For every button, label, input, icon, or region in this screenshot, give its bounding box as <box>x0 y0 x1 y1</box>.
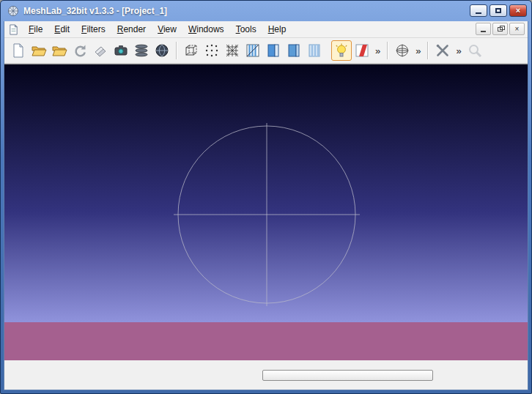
mdi-close-icon: × <box>515 26 520 33</box>
mdi-restore-button[interactable] <box>492 23 508 35</box>
toolbar-separator <box>427 42 429 59</box>
light-toggle-icon <box>333 42 350 59</box>
tools-button[interactable] <box>432 40 453 61</box>
snapshot-icon <box>113 42 129 59</box>
light-toggle-button[interactable] <box>331 40 352 61</box>
trackball-overlay <box>4 64 529 360</box>
window-content: File Edit Filters Render View Windows To… <box>4 21 528 390</box>
layers-dialog-button[interactable] <box>131 40 152 61</box>
render-hidden-lines-button[interactable] <box>243 40 263 61</box>
new-empty-project-icon <box>10 42 26 59</box>
status-bar <box>4 360 528 390</box>
import-mesh-button[interactable] <box>49 40 70 61</box>
menu-windows[interactable]: Windows <box>182 22 230 37</box>
zoom-button[interactable] <box>465 40 485 61</box>
maximize-icon <box>495 8 501 13</box>
render-flat-button[interactable] <box>284 40 304 61</box>
window-controls: × <box>470 1 527 17</box>
mdi-minimize-button[interactable] <box>476 23 491 35</box>
menu-file[interactable]: File <box>23 22 48 37</box>
menu-render[interactable]: Render <box>111 22 152 37</box>
progress-bar <box>262 370 433 381</box>
online-help-icon <box>154 42 170 59</box>
meshlab-window: MeshLab_32bit v1.3.3 - [Project_1] × Fil… <box>0 0 532 394</box>
toolbar-separator <box>176 42 177 59</box>
menu-bar: File Edit Filters Render View Windows To… <box>4 21 528 38</box>
render-overflow-button[interactable]: » <box>372 45 383 56</box>
menu-edit[interactable]: Edit <box>48 22 75 37</box>
reload-mesh-icon <box>72 42 88 59</box>
reload-mesh-button[interactable] <box>70 40 90 61</box>
tools-overflow-button[interactable]: » <box>453 45 464 56</box>
render-flat-icon <box>286 42 302 59</box>
menu-view[interactable]: View <box>152 22 182 37</box>
render-texture-icon <box>306 42 322 59</box>
render-color-icon <box>354 42 370 59</box>
import-mesh-icon <box>51 42 67 59</box>
render-flat-lines-icon <box>265 42 281 59</box>
open-project-icon <box>31 42 47 59</box>
toolbar: » » » <box>4 38 528 64</box>
menu-tools[interactable]: Tools <box>230 22 262 37</box>
render-texture-button[interactable] <box>304 40 325 61</box>
toolbar-separator <box>387 42 388 59</box>
close-icon: × <box>516 7 520 15</box>
tools-icon <box>435 42 451 59</box>
mdi-restore-icon <box>498 27 503 31</box>
snapshot-button[interactable] <box>111 40 131 61</box>
open-project-button[interactable] <box>29 40 49 61</box>
save-mesh-icon <box>92 42 108 59</box>
menu-help[interactable]: Help <box>262 22 292 37</box>
trackball-button[interactable] <box>392 40 413 61</box>
minimize-button[interactable] <box>470 4 487 17</box>
trackball-icon <box>394 42 410 59</box>
layers-dialog-icon <box>133 42 149 59</box>
mdi-minimize-icon <box>481 31 486 32</box>
new-empty-project-button[interactable] <box>8 40 29 61</box>
title-bar[interactable]: MeshLab_32bit v1.3.3 - [Project_1] × <box>4 1 528 21</box>
render-points-icon <box>204 42 220 59</box>
window-title: MeshLab_32bit v1.3.3 - [Project_1] <box>23 6 167 16</box>
close-button[interactable]: × <box>509 4 527 17</box>
render-color-button[interactable] <box>352 40 372 61</box>
render-bbox-icon <box>183 42 199 59</box>
zoom-icon <box>467 42 483 59</box>
menu-filters[interactable]: Filters <box>75 22 111 37</box>
viewport-canvas[interactable] <box>4 64 528 360</box>
render-hidden-lines-icon <box>245 42 261 59</box>
render-wireframe-icon <box>224 42 240 59</box>
render-flat-lines-button[interactable] <box>263 40 284 61</box>
mdi-window-controls: × <box>476 23 525 35</box>
minimize-icon <box>476 12 481 14</box>
render-points-button[interactable] <box>202 40 222 61</box>
mdi-close-button[interactable]: × <box>509 23 525 35</box>
trackball-overflow-button[interactable]: » <box>413 45 424 56</box>
online-help-button[interactable] <box>152 40 172 61</box>
render-bbox-button[interactable] <box>181 40 202 61</box>
meshlab-app-icon <box>7 5 19 17</box>
project-icon[interactable] <box>8 24 19 35</box>
maximize-button[interactable] <box>489 4 507 17</box>
render-wireframe-button[interactable] <box>222 40 243 61</box>
save-mesh-button[interactable] <box>90 40 111 61</box>
